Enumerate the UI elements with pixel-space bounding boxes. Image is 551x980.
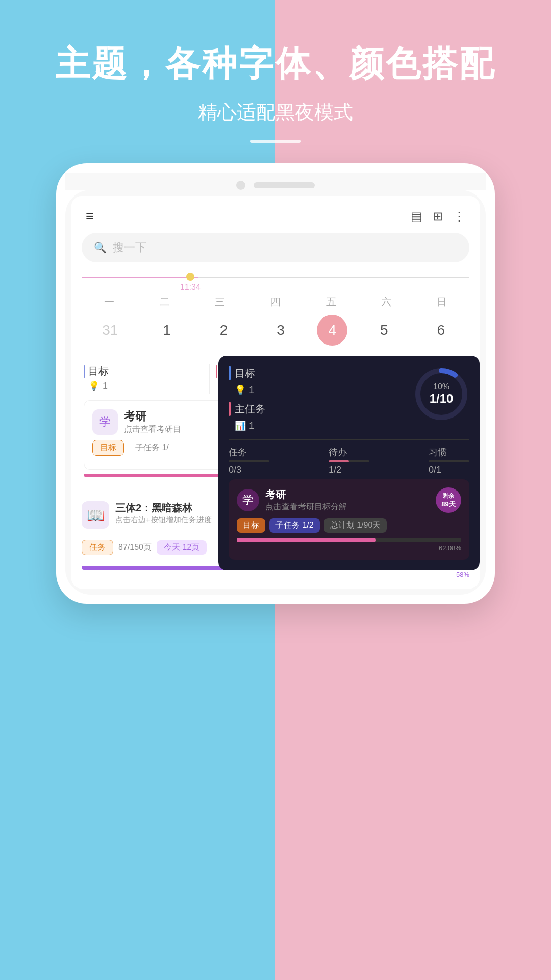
list-view-icon[interactable]: ▤ [411, 209, 422, 224]
weekday-fri: 五 [311, 295, 352, 309]
study-badge: 剩余 89天 [436, 487, 461, 513]
timeline-line [82, 277, 469, 278]
study-item-dark[interactable]: 学 考研 点击查看考研目标分解 剩余 89天 [229, 479, 469, 560]
dark-panel-header: 目标 💡 1 主任务 [229, 366, 469, 431]
bulb-icon: 💡 [88, 380, 99, 391]
phone-top-bar [65, 173, 486, 190]
goal-count-light: 1 [103, 381, 108, 391]
dark-goal-label: 目标 [235, 366, 255, 380]
hero-title: 主题，各种字体、颜色搭配 [20, 41, 531, 87]
remaining-val: 89天 [441, 500, 455, 509]
weekday-sat: 六 [366, 295, 407, 309]
stats-container: 目标 💡 1 主 [71, 356, 480, 493]
dark-todo-item: 待办 1/2 [329, 446, 369, 475]
phone-camera [236, 181, 245, 190]
tag-subtask-light: 子任务 1/ [128, 440, 176, 455]
dark-todo-track [329, 460, 369, 462]
weekday-wed: 三 [199, 295, 240, 309]
hero-section: 主题，各种字体、颜色搭配 精心适配黑夜模式 [0, 0, 551, 143]
cal-date-3[interactable]: 3 [260, 315, 301, 346]
phone-inner: ≡ ▤ ⊞ ⋮ 🔍 搜一下 [65, 190, 486, 595]
search-bar[interactable]: 🔍 搜一下 [82, 233, 469, 262]
book-title: 三体2：黑暗森林 [115, 501, 192, 515]
study-icon-dark: 学 [237, 489, 259, 511]
dark-task-item: 任务 0/3 [229, 446, 269, 475]
book-today: 今天 12页 [157, 540, 207, 555]
dark-goal-count: 1 [249, 385, 254, 396]
dark-maintask-row: 主任务 [229, 402, 265, 416]
dark-chart-icon: 📊 [235, 420, 246, 431]
weekday-sun: 日 [421, 295, 462, 309]
search-placeholder: 搜一下 [113, 240, 146, 255]
dark-goal-row: 目标 [229, 366, 265, 380]
weekday-thu: 四 [255, 295, 296, 309]
more-icon[interactable]: ⋮ [453, 209, 465, 224]
dark-habit-count: 0/1 [429, 464, 469, 475]
dark-task-label: 任务 [229, 446, 269, 458]
remaining-label: 剩余 [443, 492, 454, 500]
dark-maintask-bar [229, 402, 231, 416]
goal-label-light: 目标 [88, 364, 109, 378]
study-progress-pct-dark: 62.08% [237, 544, 461, 552]
book-tags: 任务 87/150页 今天 12页 [82, 540, 207, 555]
book-pages: 87/150页 [118, 542, 152, 553]
app-header: ≡ ▤ ⊞ ⋮ [71, 196, 480, 233]
dark-tasks: 任务 0/3 待办 [229, 439, 469, 475]
cal-date-31[interactable]: 31 [90, 315, 131, 346]
hero-subtitle: 精心适配黑夜模式 [20, 100, 531, 126]
study-progress-fill-dark [237, 538, 376, 542]
cal-date-6[interactable]: 6 [420, 315, 461, 346]
study-title-dark: 考研 [265, 488, 430, 502]
dark-todo-fill [329, 460, 349, 462]
dark-todo-label: 待办 [329, 446, 369, 458]
dark-maintask-label: 主任务 [235, 402, 265, 416]
cal-date-2[interactable]: 2 [204, 315, 244, 346]
phone-speaker [254, 182, 315, 188]
circle-val: 1/10 [430, 391, 454, 406]
study-icon-text: 学 [242, 493, 254, 508]
study-tags-dark: 目标 子任务 1/2 总计划 1/90天 [237, 518, 461, 533]
cal-date-4-today[interactable]: 4 [317, 315, 347, 346]
dark-habit-track [429, 460, 469, 462]
calendar-dates: 31 1 2 3 4 5 6 [71, 313, 480, 356]
timeline-time: 11:34 [180, 283, 201, 292]
circle-center: 10% 1/10 [430, 382, 454, 406]
search-icon: 🔍 [94, 241, 107, 254]
hero-divider [250, 140, 301, 143]
grid-view-icon[interactable]: ⊞ [433, 209, 443, 224]
tag-plan-dark: 总计划 1/90天 [324, 518, 387, 533]
study-header-dark: 学 考研 点击查看考研目标分解 剩余 89天 [237, 487, 461, 513]
calendar-weekdays: 一 二 三 四 五 六 日 [71, 287, 480, 313]
phone-outer: ≡ ▤ ⊞ ⋮ 🔍 搜一下 [56, 163, 495, 604]
tag-goal-light: 目标 [92, 440, 124, 456]
dark-task-count: 0/3 [229, 464, 269, 475]
dark-bulb-icon: 💡 [235, 384, 246, 396]
app-content: ≡ ▤ ⊞ ⋮ 🔍 搜一下 [71, 196, 480, 589]
timeline-dot [186, 273, 194, 281]
dark-maintask-count: 1 [249, 421, 254, 431]
weekday-mon: 一 [89, 295, 130, 309]
tag-task-light: 任务 [82, 540, 113, 555]
header-icons: ▤ ⊞ ⋮ [411, 209, 465, 224]
dark-stats-left: 目标 💡 1 主任务 [229, 366, 265, 431]
dark-habit-item: 习惯 0/1 [429, 446, 469, 475]
circle-progress: 10% 1/10 [413, 366, 469, 422]
cal-date-5[interactable]: 5 [364, 315, 405, 346]
tag-goal-dark: 目标 [237, 518, 265, 533]
circle-pct: 10% [430, 382, 454, 391]
cal-date-1[interactable]: 1 [146, 315, 187, 346]
background-wrapper: 主题，各种字体、颜色搭配 精心适配黑夜模式 ≡ ▤ ⊞ ⋮ [0, 0, 551, 980]
dark-goal-bar [229, 366, 231, 380]
study-info-dark: 考研 点击查看考研目标分解 [265, 488, 430, 512]
timeline-bar: 11:34 [82, 271, 469, 283]
dark-habit-label: 习惯 [429, 446, 469, 458]
study-icon-light: 学 [92, 409, 118, 435]
phone-mockup: ≡ ▤ ⊞ ⋮ 🔍 搜一下 [56, 163, 495, 604]
study-progress-track-dark [237, 538, 461, 542]
study-desc-dark: 点击查看考研目标分解 [265, 502, 430, 512]
dark-task-track [229, 460, 269, 462]
dark-panel: 目标 💡 1 主任务 [218, 356, 480, 570]
hamburger-icon[interactable]: ≡ [86, 208, 94, 225]
book-icon: 📖 [82, 501, 109, 529]
book-progress-pct: 58% [82, 571, 469, 578]
